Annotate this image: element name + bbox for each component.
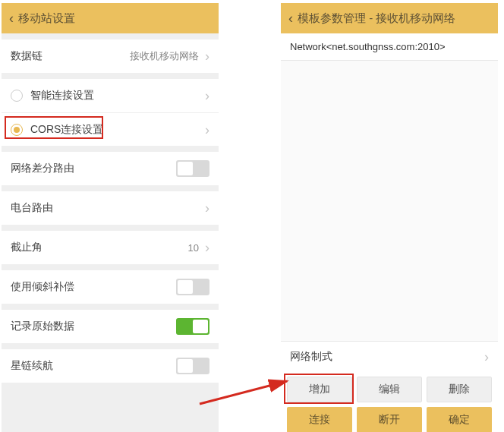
button-bar-2: 连接 断开 确定 <box>281 407 498 432</box>
radio-label: 电台路由 <box>11 201 199 215</box>
radio-unselected-icon[interactable] <box>11 90 23 102</box>
starlink-label: 星链续航 <box>11 359 176 373</box>
datalink-label: 数据链 <box>11 49 130 63</box>
chevron-right-icon: › <box>205 49 209 63</box>
row-datalink[interactable]: 数据链 接收机移动网络 › <box>2 39 219 73</box>
record-label: 记录原始数据 <box>11 320 176 333</box>
ok-button[interactable]: 确定 <box>427 407 492 432</box>
right-header: ‹ 模板参数管理 - 接收机移动网络 <box>281 3 498 33</box>
delete-button[interactable]: 删除 <box>427 377 492 402</box>
right-screen: ‹ 模板参数管理 - 接收机移动网络 Network<net.southgnss… <box>281 3 498 432</box>
row-cutoff[interactable]: 截止角 10 › <box>2 231 219 264</box>
chevron-right-icon: › <box>205 241 209 254</box>
row-record[interactable]: 记录原始数据 <box>2 310 219 343</box>
network-entry[interactable]: Network<net.southgnss.com:2010> <box>281 33 498 61</box>
datalink-value: 接收机移动网络 <box>130 49 199 63</box>
disconnect-button[interactable]: 断开 <box>357 407 422 432</box>
radio-selected-icon[interactable] <box>11 124 23 136</box>
chevron-right-icon: › <box>484 350 489 364</box>
chevron-right-icon: › <box>205 89 209 102</box>
toggle-starlink[interactable] <box>176 358 209 374</box>
cors-label: CORS连接设置 <box>30 123 199 137</box>
toggle-record[interactable] <box>176 318 209 335</box>
chevron-right-icon: › <box>205 123 209 137</box>
smart-label: 智能连接设置 <box>30 89 199 102</box>
row-cors-connect[interactable]: CORS连接设置 › <box>2 112 219 146</box>
tilt-label: 使用倾斜补偿 <box>11 280 176 294</box>
row-tilt[interactable]: 使用倾斜补偿 <box>2 270 219 304</box>
row-network-mode[interactable]: 网络制式 › <box>281 342 498 372</box>
cutoff-label: 截止角 <box>11 241 188 254</box>
left-header: ‹ 移动站设置 <box>2 3 219 33</box>
row-radio-route[interactable]: 电台路由 › <box>2 191 219 225</box>
row-diff-route[interactable]: 网络差分路由 <box>2 152 219 185</box>
back-icon[interactable]: ‹ <box>288 11 293 25</box>
cutoff-value: 10 <box>188 242 199 254</box>
toggle-tilt[interactable] <box>176 279 209 295</box>
mode-label: 网络制式 <box>290 350 332 364</box>
button-bar-1: 增加 编辑 删除 <box>281 372 498 407</box>
add-button[interactable]: 增加 <box>287 377 352 402</box>
chevron-right-icon: › <box>205 201 209 215</box>
diffroute-label: 网络差分路由 <box>11 162 176 175</box>
row-smart-connect[interactable]: 智能连接设置 › <box>2 79 219 112</box>
left-screen: ‹ 移动站设置 数据链 接收机移动网络 › 智能连接设置 › CORS连接设置 … <box>2 3 219 432</box>
edit-button[interactable]: 编辑 <box>357 377 422 402</box>
template-list-area <box>281 61 498 342</box>
toggle-diffroute[interactable] <box>176 160 209 177</box>
row-starlink[interactable]: 星链续航 <box>2 349 219 383</box>
back-icon[interactable]: ‹ <box>9 11 14 25</box>
left-title: 移动站设置 <box>18 11 75 26</box>
connect-button[interactable]: 连接 <box>287 407 352 432</box>
right-title: 模板参数管理 - 接收机移动网络 <box>298 11 455 26</box>
